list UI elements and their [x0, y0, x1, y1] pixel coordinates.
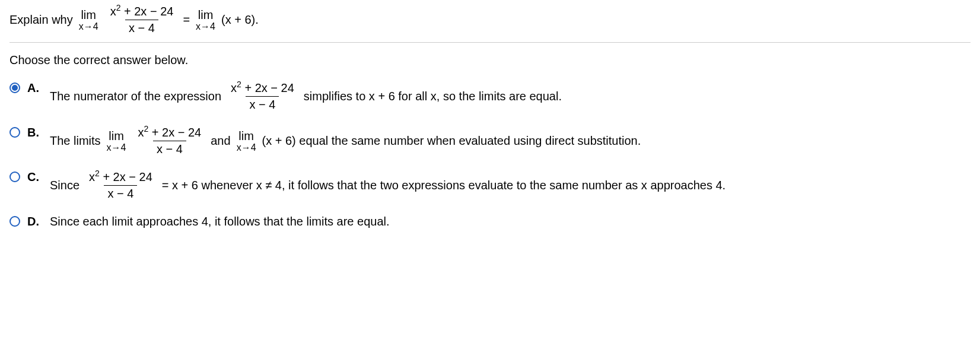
- choice-D[interactable]: D. Since each limit approaches 4, it fol…: [9, 215, 971, 228]
- fraction-numerator: x2 + 2x − 24: [108, 5, 176, 20]
- choice-B-fraction: x2 + 2x − 24 x − 4: [135, 126, 203, 156]
- choice-B-body: The limits lim x→4 x2 + 2x − 24 x − 4 an…: [50, 126, 971, 156]
- fraction-denominator: x − 4: [125, 20, 158, 35]
- choice-A-fraction: x2 + 2x − 24 x − 4: [228, 81, 297, 112]
- equals-sign: =: [183, 13, 190, 27]
- prompt-pre: Explain why: [9, 13, 73, 27]
- choice-B[interactable]: B. The limits lim x→4 x2 + 2x − 24 x − 4…: [9, 126, 971, 156]
- choice-D-body: Since each limit approaches 4, it follow…: [50, 215, 971, 228]
- choice-B-label: B.: [27, 126, 43, 139]
- choice-C-fraction: x2 + 2x − 24 x − 4: [87, 170, 155, 201]
- prompt-rhs: (x + 6).: [221, 13, 259, 27]
- answer-choices: A. The numerator of the expression x2 + …: [9, 81, 971, 228]
- choice-A-label: A.: [27, 81, 43, 95]
- choice-D-label: D.: [27, 215, 43, 228]
- radio-D[interactable]: [9, 216, 20, 227]
- radio-B[interactable]: [9, 127, 20, 138]
- choice-B-limit-2: lim x→4: [237, 130, 256, 153]
- limit-symbol-1: lim x→4: [79, 9, 98, 31]
- choice-C[interactable]: C. Since x2 + 2x − 24 x − 4 = x + 6 when…: [9, 170, 971, 201]
- choice-C-label: C.: [27, 170, 43, 184]
- radio-A[interactable]: [9, 82, 20, 93]
- instruction-text: Choose the correct answer below.: [9, 53, 971, 67]
- choice-A-body: The numerator of the expression x2 + 2x …: [50, 81, 971, 112]
- fraction-main: x2 + 2x − 24 x − 4: [108, 5, 176, 35]
- radio-C[interactable]: [9, 172, 20, 182]
- choice-A[interactable]: A. The numerator of the expression x2 + …: [9, 81, 971, 112]
- question-prompt: Explain why lim x→4 x2 + 2x − 24 x − 4 =…: [9, 5, 971, 43]
- choice-C-body: Since x2 + 2x − 24 x − 4 = x + 6 wheneve…: [50, 170, 971, 201]
- choice-B-limit-1: lim x→4: [107, 130, 126, 153]
- limit-symbol-2: lim x→4: [196, 9, 215, 31]
